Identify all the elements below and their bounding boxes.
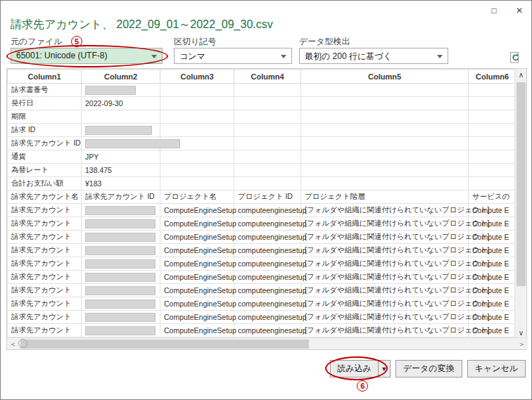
scroll-up-icon[interactable]: ∧ <box>515 69 527 81</box>
redacted-value <box>85 233 156 242</box>
table-row: 請求先アカウントComputeEngineSetupcomputeengines… <box>8 231 517 244</box>
table-cell: 期限 <box>8 110 82 124</box>
redacted-value <box>85 219 156 228</box>
table-cell <box>469 110 517 124</box>
type-detection-select[interactable]: 最初の 200 行に基づく <box>299 48 448 64</box>
table-cell: 請求先アカウント ID <box>8 137 82 150</box>
delimiter-value: コンマ <box>179 51 205 61</box>
table-cell: Compute E <box>469 284 517 297</box>
vertical-scrollbar[interactable]: ∧ ∨ <box>514 69 526 339</box>
redacted-value <box>85 259 156 269</box>
table-cell <box>82 271 160 284</box>
table-cell: 発行日 <box>8 97 82 110</box>
table-cell: computeenginesetup <box>234 284 301 297</box>
table-cell <box>234 110 301 124</box>
cancel-button[interactable]: キャンセル <box>467 360 526 378</box>
table-cell <box>469 150 517 164</box>
delimiter-label: 区切り記号 <box>174 36 292 48</box>
table-cell <box>469 177 517 191</box>
table-cell <box>469 97 517 110</box>
table-cell: ComputeEngineSetup <box>160 204 234 217</box>
table-cell <box>160 97 234 110</box>
delimiter-select[interactable]: コンマ <box>174 48 292 64</box>
table-cell: プロジェクト階層 <box>301 191 469 204</box>
table-cell: ¥183 <box>82 177 160 191</box>
column-header: Column6 <box>469 70 517 84</box>
redacted-value <box>85 326 156 335</box>
table-cell: [フォルダや組織に関連付けられていないプロジェクト] <box>301 231 469 244</box>
table-cell: 請求 ID <box>8 124 82 137</box>
refresh-preview-icon[interactable] <box>507 50 523 65</box>
csv-import-dialog: □ ✕ 請求先アカウント、 2022_09_01～2022_09_30.csv … <box>0 0 532 400</box>
table-cell: JPY <box>82 150 160 164</box>
table-cell: ComputeEngineSetup <box>160 217 234 231</box>
table-cell: [フォルダや組織に関連付けられていないプロジェクト] <box>301 204 469 217</box>
table-cell: [フォルダや組織に関連付けられていないプロジェクト] <box>301 311 469 324</box>
table-cell: Compute E <box>469 257 517 271</box>
table-cell <box>82 137 160 150</box>
table-cell <box>301 177 469 191</box>
table-cell <box>234 137 301 150</box>
table-cell <box>301 150 469 164</box>
table-row: 請求先アカウント ID <box>8 137 517 150</box>
table-row: 請求先アカウントComputeEngineSetupcomputeengines… <box>8 271 517 284</box>
table-cell <box>234 84 301 97</box>
header-row: Column1Column2Column3Column4Column5Colum… <box>8 70 517 84</box>
table-cell: 請求先アカウント <box>8 271 82 284</box>
table-cell <box>234 97 301 110</box>
table-cell: Compute E <box>469 324 517 337</box>
horizontal-scrollbar[interactable]: ＜ ＞ <box>7 337 528 349</box>
transform-data-button[interactable]: データの変換 <box>395 360 462 378</box>
table-cell: [フォルダや組織に関連付けられていないプロジェクト] <box>301 297 469 311</box>
close-icon[interactable]: ✕ <box>512 4 527 18</box>
load-button[interactable]: 読み込み <box>330 360 378 378</box>
table-cell: ComputeEngineSetup <box>160 257 234 271</box>
table-cell <box>469 124 517 137</box>
loading-indicator-icon <box>18 339 27 348</box>
table-cell: 138.475 <box>82 164 160 177</box>
table-cell <box>82 124 160 137</box>
load-split-button: 読み込み ▼ 6 <box>330 360 391 378</box>
table-cell: computeenginesetup <box>234 204 301 217</box>
table-cell <box>301 84 469 97</box>
table-cell <box>469 164 517 177</box>
table-cell <box>160 84 234 97</box>
table-cell <box>301 110 469 124</box>
table-cell: 請求先アカウント <box>8 244 82 257</box>
file-origin-label: 元のファイル <box>11 36 163 48</box>
table-cell: [フォルダや組織に関連付けられていないプロジェクト] <box>301 284 469 297</box>
maximize-icon[interactable]: □ <box>486 4 502 18</box>
table-cell: 請求先アカウント <box>8 311 82 324</box>
table-cell: プロジェクト名 <box>160 191 234 204</box>
table-cell: Compute E <box>469 204 517 217</box>
table-cell <box>234 150 301 164</box>
horizontal-scroll-thumb[interactable] <box>20 340 309 349</box>
scroll-left-icon[interactable]: ＜ <box>7 338 19 350</box>
window-controls: □ ✕ <box>486 4 527 18</box>
table-cell <box>82 217 160 231</box>
table-cell: 請求先アカウント ID <box>82 191 160 204</box>
table-row: 請求先アカウントComputeEngineSetupcomputeengines… <box>8 244 517 257</box>
load-dropdown-icon[interactable]: ▼ <box>378 360 391 378</box>
preview-table: Column1Column2Column3Column4Column5Colum… <box>7 69 517 337</box>
table-cell <box>160 164 234 177</box>
table-row: 発行日2022-09-30 <box>8 97 517 110</box>
table-cell <box>82 231 160 244</box>
column-header: Column4 <box>234 70 301 84</box>
type-detection-label: データ型検出 <box>299 36 448 48</box>
scroll-right-icon[interactable]: ＞ <box>516 338 528 350</box>
table-cell: サービスの <box>469 191 517 204</box>
vertical-scroll-thumb[interactable] <box>517 82 526 286</box>
page-title: 請求先アカウント、 2022_09_01～2022_09_30.csv <box>11 18 273 32</box>
table-cell: computeenginesetup <box>234 311 301 324</box>
file-origin-select[interactable]: 65001: Unicode (UTF-8) <box>11 48 163 64</box>
table-cell <box>469 84 517 97</box>
table-cell: computeenginesetup <box>234 231 301 244</box>
preview-grid: Column1Column2Column3Column4Column5Colum… <box>6 68 527 350</box>
table-cell: Compute E <box>469 271 517 284</box>
table-cell: ComputeEngineSetup <box>160 311 234 324</box>
table-row: 請求先アカウントComputeEngineSetupcomputeengines… <box>8 284 517 297</box>
table-row: 請求先アカウントComputeEngineSetupcomputeengines… <box>8 297 517 311</box>
table-cell: [フォルダや組織に関連付けられていないプロジェクト] <box>301 244 469 257</box>
annotation-number-6: 6 <box>357 380 368 392</box>
